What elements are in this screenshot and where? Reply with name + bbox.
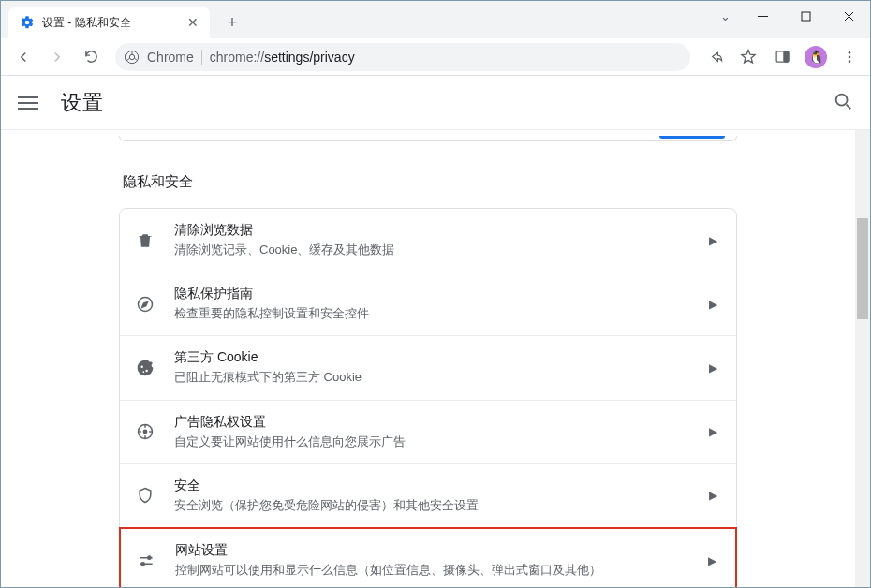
sliders-icon [136, 551, 156, 570]
row-desc: 已阻止无痕模式下的第三方 Cookie [174, 369, 690, 386]
cookie-icon [135, 359, 155, 377]
page-title: 设置 [61, 89, 104, 117]
svg-point-2 [129, 54, 134, 59]
profile-button[interactable]: 🐧 [801, 42, 831, 72]
address-bar[interactable]: Chrome chrome://settings/privacy [115, 43, 690, 71]
row-desc: 安全浏览（保护您免受危险网站的侵害）和其他安全设置 [174, 497, 690, 514]
avatar: 🐧 [805, 46, 827, 68]
close-window-button[interactable] [827, 1, 870, 31]
shield-icon [135, 486, 155, 505]
tab-title: 设置 - 隐私和安全 [42, 15, 178, 31]
settings-content: 隐私和安全 清除浏览数据清除浏览记录、Cookie、缓存及其他数据▶隐私保护指南… [1, 130, 855, 587]
privacy-card: 清除浏览数据清除浏览记录、Cookie、缓存及其他数据▶隐私保护指南检查重要的隐… [119, 208, 737, 587]
previous-card-edge [119, 136, 737, 141]
row-body: 清除浏览数据清除浏览记录、Cookie、缓存及其他数据 [174, 222, 690, 258]
chevron-right-icon: ▶ [709, 425, 717, 438]
svg-point-6 [849, 55, 851, 58]
row-body: 隐私保护指南检查重要的隐私控制设置和安全控件 [174, 286, 690, 322]
chrome-icon [125, 50, 140, 65]
row-body: 网站设置控制网站可以使用和显示什么信息（如位置信息、摄像头、弹出式窗口及其他） [175, 542, 689, 579]
titlebar: 设置 - 隐私和安全 ✕ + ⌄ [1, 1, 870, 38]
row-ad-privacy[interactable]: 广告隐私权设置自定义要让网站使用什么信息向您展示广告▶ [120, 400, 736, 463]
browser-tab[interactable]: 设置 - 隐私和安全 ✕ [8, 7, 210, 38]
row-security[interactable]: 安全安全浏览（保护您免受危险网站的侵害）和其他安全设置▶ [120, 463, 736, 527]
close-tab-button[interactable]: ✕ [185, 15, 200, 30]
svg-point-8 [836, 94, 848, 105]
row-site-settings[interactable]: 网站设置控制网站可以使用和显示什么信息（如位置信息、摄像头、弹出式窗口及其他）▶ [119, 527, 737, 587]
settings-appbar: 设置 [1, 76, 870, 130]
content-area: 隐私和安全 清除浏览数据清除浏览记录、Cookie、缓存及其他数据▶隐私保护指南… [1, 130, 870, 587]
row-desc: 检查重要的隐私控制设置和安全控件 [174, 305, 690, 322]
chevron-down-icon[interactable]: ⌄ [709, 1, 741, 31]
back-button[interactable] [8, 42, 38, 72]
svg-point-5 [849, 51, 851, 54]
menu-button[interactable] [18, 96, 38, 110]
row-clear-browsing-data[interactable]: 清除浏览数据清除浏览记录、Cookie、缓存及其他数据▶ [120, 209, 736, 272]
browser-window: 设置 - 隐私和安全 ✕ + ⌄ [0, 0, 871, 588]
row-desc: 控制网站可以使用和显示什么信息（如位置信息、摄像头、弹出式窗口及其他） [175, 562, 689, 579]
row-privacy-guide[interactable]: 隐私保护指南检查重要的隐私控制设置和安全控件▶ [120, 272, 736, 335]
share-button[interactable] [700, 42, 730, 72]
new-tab-button[interactable]: + [219, 9, 245, 36]
scrollbar-thumb[interactable] [857, 218, 868, 319]
minimize-button[interactable] [741, 1, 784, 31]
omnibox-url: chrome://settings/privacy [210, 50, 355, 65]
search-button[interactable] [833, 91, 853, 115]
svg-rect-4 [783, 51, 788, 62]
chevron-right-icon: ▶ [709, 298, 717, 311]
svg-rect-0 [802, 12, 810, 21]
compass-icon [135, 295, 155, 314]
chevron-right-icon: ▶ [709, 361, 717, 375]
omnibox-origin: Chrome [147, 50, 202, 65]
row-desc: 自定义要让网站使用什么信息向您展示广告 [174, 434, 690, 450]
section-title: 隐私和安全 [123, 173, 737, 191]
chrome-menu-button[interactable] [834, 42, 864, 72]
chevron-right-icon: ▶ [709, 489, 717, 502]
svg-point-7 [849, 60, 851, 63]
row-body: 第三方 Cookie已阻止无痕模式下的第三方 Cookie [174, 349, 690, 386]
row-title: 第三方 Cookie [174, 349, 690, 366]
bookmark-button[interactable] [733, 42, 763, 72]
row-body: 安全安全浏览（保护您免受危险网站的侵害）和其他安全设置 [174, 478, 690, 514]
row-third-party-cookies[interactable]: 第三方 Cookie已阻止无痕模式下的第三方 Cookie▶ [120, 335, 736, 399]
row-title: 隐私保护指南 [174, 286, 690, 302]
trash-icon [135, 231, 155, 250]
chevron-right-icon: ▶ [709, 234, 717, 247]
row-body: 广告隐私权设置自定义要让网站使用什么信息向您展示广告 [174, 414, 690, 450]
browser-toolbar: Chrome chrome://settings/privacy 🐧 [1, 38, 870, 76]
row-title: 安全 [174, 478, 690, 494]
scrollbar-track[interactable] [855, 130, 870, 587]
svg-point-11 [143, 430, 146, 433]
chevron-right-icon: ▶ [708, 554, 716, 567]
svg-point-12 [148, 556, 151, 559]
row-title: 广告隐私权设置 [174, 414, 690, 431]
row-title: 网站设置 [175, 542, 689, 559]
svg-point-13 [141, 562, 144, 565]
reload-button[interactable] [76, 42, 106, 72]
target-icon [135, 422, 155, 441]
window-controls: ⌄ [709, 1, 870, 31]
maximize-button[interactable] [784, 1, 827, 31]
row-desc: 清除浏览记录、Cookie、缓存及其他数据 [174, 242, 690, 258]
sidepanel-button[interactable] [767, 42, 797, 72]
forward-button[interactable] [42, 42, 72, 72]
gear-icon [20, 15, 35, 30]
row-title: 清除浏览数据 [174, 222, 690, 239]
